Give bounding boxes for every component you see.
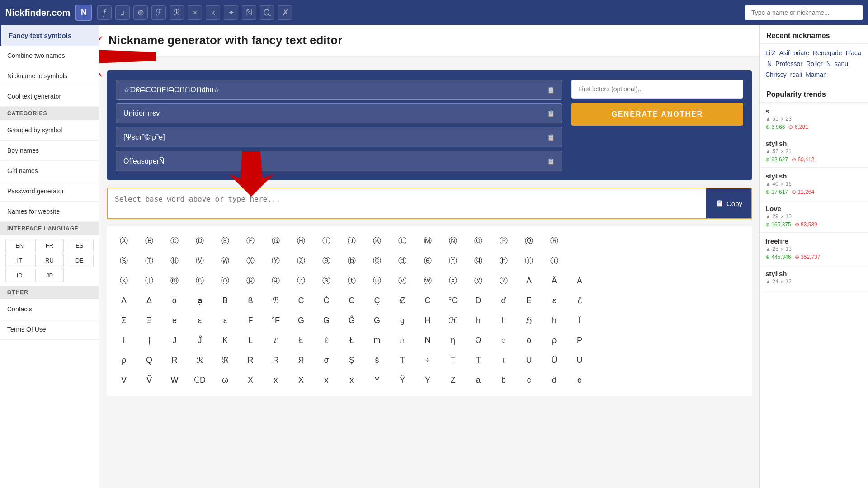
lang-it[interactable]: IT [5,254,33,267]
symbol-cell-7-2[interactable]: W [163,371,186,389]
trend-item-4[interactable]: freefire ▲ 25 › 13 ⊕ 445,346 ⊖ 352,737 [760,233,868,265]
symbol-cell-0-16[interactable]: Ⓠ [517,232,541,250]
symbol-cell-6-15[interactable]: ι [492,351,515,369]
recent-nickname-1[interactable]: Asif [779,48,790,57]
trend-item-0[interactable]: s ▲ 51 › 23 ⊕ 6,966 ⊖ 6,281 [760,103,868,135]
symbol-cell-0-10[interactable]: Ⓚ [365,232,389,250]
symbol-cell-5-16[interactable]: ο [517,331,541,349]
recent-nickname-10[interactable]: Chrissy [765,70,787,79]
symbol-cell-4-16[interactable]: ℌ [517,311,541,329]
symbol-cell-5-10[interactable]: m [365,331,389,349]
symbol-cell-0-0[interactable]: Ⓐ [112,232,136,250]
symbol-cell-5-17[interactable]: ρ [542,331,566,349]
symbol-cell-2-4[interactable]: ⓞ [213,272,237,290]
symbol-cell-4-13[interactable]: ℋ [441,311,465,329]
lang-jp[interactable]: JP [35,269,63,282]
recent-nickname-3[interactable]: Renegade [813,48,842,57]
sidebar-item-combine-two-names[interactable]: Combine two names [0,46,99,66]
symbol-cell-0-7[interactable]: Ⓗ [289,232,313,250]
symbol-cell-4-18[interactable]: Ï [568,311,591,329]
symbol-cell-4-4[interactable]: ε [213,311,237,329]
symbol-cell-3-7[interactable]: C [289,291,313,310]
symbol-cell-4-14[interactable]: h [467,311,490,329]
symbol-cell-6-1[interactable]: Q [137,351,161,369]
search-input[interactable] [745,5,863,20]
symbol-cell-6-14[interactable]: T [467,351,490,369]
symbol-cell-1-3[interactable]: Ⓥ [188,252,212,270]
nickname-row-2[interactable]: Uηіτіoптrєv 📋 [116,103,562,123]
symbol-cell-1-17[interactable]: ⓙ [542,252,566,270]
symbol-cell-2-8[interactable]: ⓢ [315,272,338,290]
symbol-cell-6-17[interactable]: Ü [542,351,566,369]
symbol-cell-4-1[interactable]: Ξ [137,311,161,329]
symbol-cell-5-7[interactable]: Ł [289,331,313,349]
symbol-cell-5-12[interactable]: N [416,331,439,349]
symbol-cell-3-11[interactable]: Ȼ [391,291,414,310]
symbol-cell-2-1[interactable]: ⓛ [137,272,161,290]
symbol-cell-2-3[interactable]: ⓝ [188,272,212,290]
symbol-cell-3-13[interactable]: °C [441,291,465,310]
symbol-cell-6-16[interactable]: U [517,351,541,369]
symbol-cell-1-11[interactable]: ⓓ [391,252,414,270]
symbol-cell-5-9[interactable]: Ł [340,331,363,349]
symbol-cell-1-1[interactable]: Ⓣ [137,252,161,270]
sidebar-item-grouped-by-symbol[interactable]: Grouped by symbol [0,120,99,141]
symbol-cell-3-5[interactable]: ß [239,291,262,310]
symbol-cell-6-3[interactable]: ℛ [188,351,212,369]
symbol-cell-6-6[interactable]: R [264,351,288,369]
lang-fr[interactable]: FR [35,239,63,252]
symbol-cell-0-17[interactable]: Ⓡ [542,232,566,250]
symbol-cell-3-9[interactable]: C [340,291,363,310]
symbol-cell-5-8[interactable]: ℓ [315,331,338,349]
symbol-cell-6-5[interactable]: R [239,351,262,369]
symbol-cell-1-2[interactable]: Ⓤ [163,252,186,270]
symbol-cell-1-7[interactable]: Ⓩ [289,252,313,270]
symbol-cell-5-5[interactable]: L [239,331,262,349]
symbol-cell-5-14[interactable]: Ω [467,331,490,349]
sidebar-item-cool-text-generator[interactable]: Cool text generator [0,86,99,107]
symbol-cell-6-13[interactable]: T [441,351,465,369]
symbol-cell-2-10[interactable]: ⓤ [365,272,389,290]
symbol-cell-4-7[interactable]: G [289,311,313,329]
symbol-cell-6-10[interactable]: š [365,351,389,369]
symbol-cell-0-3[interactable]: Ⓓ [188,232,212,250]
symbol-cell-3-2[interactable]: α [163,291,186,310]
sidebar-item-girl-names[interactable]: Girl names [0,161,99,181]
recent-nickname-5[interactable]: N [767,59,772,68]
symbol-cell-1-6[interactable]: Ⓨ [264,252,288,270]
symbol-cell-0-6[interactable]: Ⓖ [264,232,288,250]
sidebar-item-fancy-text[interactable]: Fancy text symbols [0,25,99,46]
symbol-cell-6-9[interactable]: Ș [340,351,363,369]
symbol-cell-6-12[interactable]: ÷ [416,351,439,369]
symbol-cell-6-4[interactable]: ℜ [213,351,237,369]
symbol-cell-4-11[interactable]: g [391,311,414,329]
recent-nickname-9[interactable]: sanu [835,59,848,68]
lang-ru[interactable]: RU [35,254,63,267]
symbol-cell-2-9[interactable]: ⓣ [340,272,363,290]
symbol-cell-7-4[interactable]: ω [213,371,237,389]
symbol-cell-4-17[interactable]: ħ [542,311,566,329]
symbol-cell-7-12[interactable]: Y [416,371,439,389]
symbol-cell-0-5[interactable]: Ⓕ [239,232,262,250]
symbol-cell-3-3[interactable]: ạ [188,291,212,310]
copy-button[interactable]: 📋 Copy [706,188,751,218]
symbol-cell-2-13[interactable]: ⓧ [441,272,465,290]
editor-textarea[interactable] [108,188,706,218]
recent-nickname-7[interactable]: Roller [806,59,823,68]
symbol-cell-7-18[interactable]: e [568,371,591,389]
symbol-cell-3-1[interactable]: Δ [137,291,161,310]
symbol-cell-2-15[interactable]: ⓩ [492,272,515,290]
symbol-cell-5-0[interactable]: i [112,331,136,349]
symbol-cell-7-3[interactable]: ℂD [188,371,212,389]
nickname-row-3[interactable]: [Ψєcтᴲ©|ρᴲе] 📋 [116,127,562,147]
symbol-cell-5-3[interactable]: Ĵ [188,331,212,349]
first-letters-input[interactable] [571,80,743,99]
symbol-cell-7-13[interactable]: Z [441,371,465,389]
symbol-cell-7-7[interactable]: X [289,371,313,389]
symbol-cell-1-4[interactable]: Ⓦ [213,252,237,270]
symbol-cell-1-0[interactable]: Ⓢ [112,252,136,270]
symbol-cell-0-13[interactable]: Ⓝ [441,232,465,250]
sidebar-item-terms[interactable]: Terms Of Use [0,319,99,340]
symbol-cell-4-8[interactable]: G [315,311,338,329]
generate-button[interactable]: GENERATE ANOTHER [571,103,743,126]
